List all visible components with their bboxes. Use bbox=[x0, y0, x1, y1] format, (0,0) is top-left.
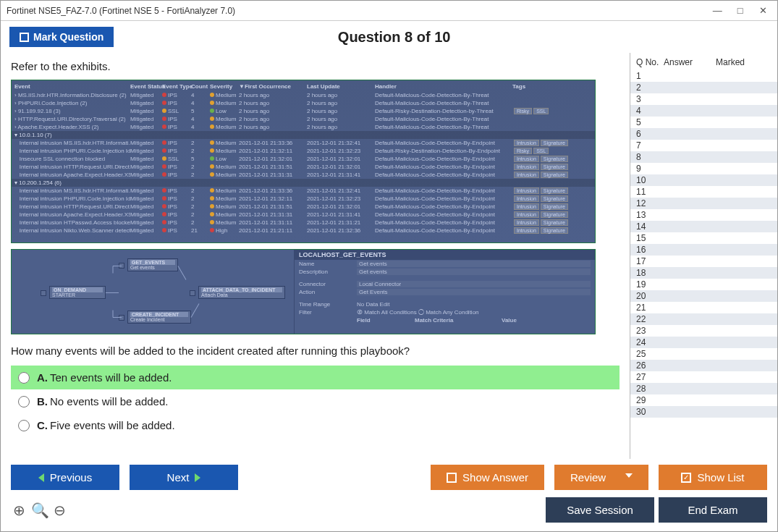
event-row: Internal intrusion HTTP.Request.URI.Dire… bbox=[12, 163, 595, 171]
sidebar-header: Q No. Answer Marked bbox=[630, 53, 777, 70]
group-header-1: ▾ 10.0.1.10 (7) bbox=[12, 131, 595, 139]
question-counter: Question 8 of 10 bbox=[20, 29, 769, 46]
zoom-out-icon[interactable]: ⊖ bbox=[51, 502, 67, 519]
sidebar-row-12[interactable]: 12 bbox=[630, 198, 777, 209]
col-answer: Answer bbox=[664, 57, 716, 67]
window-controls: — □ ✕ bbox=[707, 5, 773, 16]
minimize-icon[interactable]: — bbox=[707, 5, 727, 16]
node-on-demand: ON_DEMAND STARTER bbox=[49, 286, 106, 299]
sidebar-row-24[interactable]: 24 bbox=[630, 337, 777, 348]
answer-option-b[interactable]: B.No events will be added. bbox=[11, 389, 620, 413]
playbook-canvas: ON_DEMAND STARTER GET_EVENTS Get events … bbox=[12, 250, 294, 334]
sidebar-row-5[interactable]: 5 bbox=[630, 117, 777, 128]
question-prompt: Refer to the exhibits. bbox=[11, 60, 620, 72]
sidebar-row-9[interactable]: 9 bbox=[630, 163, 777, 174]
event-row: › MS.IIS.hdr.HTR.Information.Disclosure … bbox=[12, 91, 595, 99]
review-button[interactable]: Review bbox=[554, 465, 648, 490]
sidebar-row-1[interactable]: 1 bbox=[630, 70, 777, 82]
radio-a[interactable] bbox=[18, 372, 30, 384]
sidebar-row-17[interactable]: 17 bbox=[630, 256, 777, 267]
col-marked: Marked bbox=[716, 57, 745, 67]
sidebar-row-7[interactable]: 7 bbox=[630, 140, 777, 151]
event-row: Internal intrusion HTPasswd.Access block… bbox=[12, 219, 595, 227]
checkbox-checked-icon: ✓ bbox=[681, 473, 691, 483]
question-text: How many events will be added to the inc… bbox=[11, 345, 620, 357]
event-row: Internal intrusion Apache.Expect.Header.… bbox=[12, 211, 595, 219]
answer-list: A.Ten events will be added. B.No events … bbox=[11, 366, 620, 437]
sidebar-row-6[interactable]: 6 bbox=[630, 128, 777, 140]
starter-port-icon bbox=[41, 290, 46, 296]
sidebar-row-4[interactable]: 4 bbox=[630, 105, 777, 117]
checkbox-icon bbox=[447, 473, 457, 483]
event-row: › 91.189.92.18 (3)MitigatedSSL5Low2 hour… bbox=[12, 107, 595, 115]
event-row: Internal intrusion Apache.Expect.Header.… bbox=[12, 171, 595, 179]
event-row: Internal intrusion PHPURI.Code.Injection… bbox=[12, 195, 595, 203]
end-exam-button[interactable]: End Exam bbox=[659, 497, 767, 523]
playbook-detail-panel: LOCALHOST_GET_EVENTS NameGet events Desc… bbox=[294, 250, 595, 334]
sidebar-row-3[interactable]: 3 bbox=[630, 93, 777, 105]
radio-b[interactable] bbox=[18, 396, 30, 408]
chevron-right-icon bbox=[195, 473, 200, 482]
top-bar: Mark Question Question 8 of 10 bbox=[1, 21, 777, 53]
sidebar-row-15[interactable]: 15 bbox=[630, 232, 777, 244]
sidebar-row-18[interactable]: 18 bbox=[630, 267, 777, 279]
sidebar-row-2[interactable]: 2 bbox=[630, 82, 777, 93]
sidebar-row-19[interactable]: 19 bbox=[630, 279, 777, 290]
next-button[interactable]: Next bbox=[130, 465, 238, 490]
question-content[interactable]: Refer to the exhibits. EventEvent Status… bbox=[1, 53, 630, 459]
nav-button-row: Previous Next Show Answer Review ✓Show L… bbox=[1, 459, 777, 496]
close-icon[interactable]: ✕ bbox=[753, 5, 773, 16]
event-row: Insecure SSL connection blockedMitigated… bbox=[12, 155, 595, 163]
port-icon bbox=[190, 290, 195, 296]
window-titlebar: Fortinet NSE5_FAZ-7.0 (Fortinet NSE 5 - … bbox=[1, 1, 777, 21]
sidebar-row-25[interactable]: 25 bbox=[630, 348, 777, 360]
chevron-down-icon bbox=[625, 473, 633, 482]
previous-button[interactable]: Previous bbox=[11, 465, 119, 490]
answer-option-c[interactable]: C.Five events will be added. bbox=[11, 413, 620, 437]
zoom-icon[interactable]: 🔍 bbox=[31, 502, 47, 519]
event-row: Internal intrusion Nikto.Web.Scanner det… bbox=[12, 227, 595, 235]
zoom-row: ⊕ 🔍 ⊖ Save Session End Exam bbox=[1, 496, 777, 530]
sidebar-row-30[interactable]: 30 bbox=[630, 406, 777, 418]
node-attach-data: ATTACH_DATA_TO_INCIDENT Attach Data bbox=[198, 286, 285, 299]
port-icon bbox=[119, 315, 124, 321]
sidebar-row-10[interactable]: 10 bbox=[630, 174, 777, 186]
sidebar-row-8[interactable]: 8 bbox=[630, 151, 777, 163]
event-row: › Apache.Expect.Header.XSS (2)MitigatedI… bbox=[12, 123, 595, 131]
event-row: Internal intrusion MS.IIS.hdr.HTR.Inform… bbox=[12, 187, 595, 195]
show-answer-button[interactable]: Show Answer bbox=[431, 465, 544, 490]
exhibit-playbook: ON_DEMAND STARTER GET_EVENTS Get events … bbox=[11, 249, 596, 334]
chevron-left-icon bbox=[38, 473, 44, 482]
window-title: Fortinet NSE5_FAZ-7.0 (Fortinet NSE 5 - … bbox=[7, 6, 235, 16]
sidebar-row-29[interactable]: 29 bbox=[630, 394, 777, 406]
event-row: Internal intrusion HTTP.Request.URI.Dire… bbox=[12, 203, 595, 211]
panel-title: LOCALHOST_GET_EVENTS bbox=[295, 250, 595, 260]
group-header-2: ▾ 10.200.1.254 (6) bbox=[12, 179, 595, 187]
event-row: Internal intrusion PHPURI.Code.Injection… bbox=[12, 147, 595, 155]
answer-option-a[interactable]: A.Ten events will be added. bbox=[11, 366, 620, 389]
event-row: › HTTP.Request.URI.Directory.Traversal (… bbox=[12, 115, 595, 123]
node-create-incident: CREATE_INCIDENT Create Incident bbox=[127, 311, 191, 324]
sidebar-row-26[interactable]: 26 bbox=[630, 360, 777, 371]
sidebar-row-28[interactable]: 28 bbox=[630, 383, 777, 394]
sidebar-row-27[interactable]: 27 bbox=[630, 371, 777, 383]
zoom-in-icon[interactable]: ⊕ bbox=[11, 502, 27, 519]
col-qno: Q No. bbox=[636, 57, 664, 67]
sidebar-row-13[interactable]: 13 bbox=[630, 209, 777, 221]
node-get-events: GET_EVENTS Get events bbox=[127, 258, 178, 271]
maximize-icon[interactable]: □ bbox=[730, 5, 750, 16]
question-list-sidebar: Q No. Answer Marked 12345678910111213141… bbox=[630, 53, 777, 459]
sidebar-row-14[interactable]: 14 bbox=[630, 221, 777, 232]
sidebar-row-23[interactable]: 23 bbox=[630, 325, 777, 337]
exhibit-events-table: EventEvent StatusEvent TypeCountSeverity… bbox=[11, 80, 596, 243]
event-row: › PHPURI.Code.Injection (2)MitigatedIPS4… bbox=[12, 99, 595, 107]
sidebar-row-20[interactable]: 20 bbox=[630, 290, 777, 302]
sidebar-row-16[interactable]: 16 bbox=[630, 244, 777, 256]
sidebar-row-11[interactable]: 11 bbox=[630, 186, 777, 198]
save-session-button[interactable]: Save Session bbox=[546, 497, 654, 523]
sidebar-row-21[interactable]: 21 bbox=[630, 302, 777, 313]
show-list-button[interactable]: ✓Show List bbox=[659, 465, 767, 490]
radio-c[interactable] bbox=[18, 420, 30, 431]
sidebar-row-22[interactable]: 22 bbox=[630, 313, 777, 325]
sidebar-body[interactable]: 1234567891011121314151617181920212223242… bbox=[630, 70, 777, 459]
